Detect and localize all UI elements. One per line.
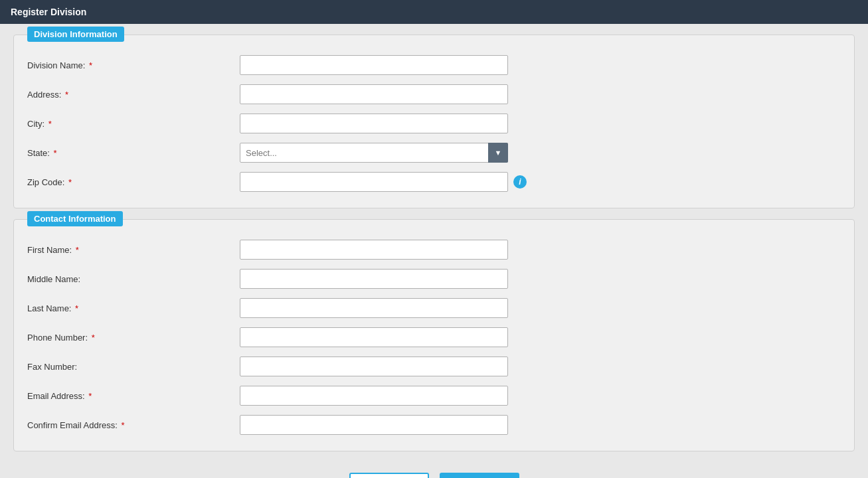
add-button[interactable]: ADD bbox=[440, 473, 519, 478]
fax-number-input[interactable] bbox=[240, 357, 508, 376]
confirm-email-required: * bbox=[121, 420, 124, 430]
zip-code-input[interactable] bbox=[240, 172, 508, 192]
city-required: * bbox=[48, 119, 52, 129]
first-name-input[interactable] bbox=[240, 240, 508, 260]
division-form-grid: Division Name: * Address: * City: * Stat… bbox=[27, 55, 841, 192]
contact-section-title: Contact Information bbox=[27, 211, 123, 226]
email-address-label: Email Address: * bbox=[27, 391, 240, 401]
division-section-title: Division Information bbox=[27, 27, 124, 42]
division-name-label: Division Name: * bbox=[27, 60, 240, 70]
state-label: State: * bbox=[27, 148, 240, 158]
address-required: * bbox=[65, 90, 68, 100]
info-icon[interactable]: i bbox=[513, 175, 527, 189]
first-name-required: * bbox=[76, 245, 79, 255]
last-name-input[interactable] bbox=[240, 298, 508, 318]
address-input[interactable] bbox=[240, 84, 508, 104]
last-name-required: * bbox=[75, 303, 78, 313]
address-label: Address: * bbox=[27, 90, 240, 100]
page-content: Division Information Division Name: * Ad… bbox=[0, 24, 868, 478]
city-label: City: * bbox=[27, 119, 240, 129]
title-bar-label: Register Division bbox=[11, 7, 86, 17]
division-name-input[interactable] bbox=[240, 55, 508, 75]
state-select-wrapper: Select...AlabamaAlaskaArizonaArkansasCal… bbox=[240, 143, 508, 163]
zip-code-label: Zip Code: * bbox=[27, 177, 240, 187]
last-name-label: Last Name: * bbox=[27, 303, 240, 313]
state-required: * bbox=[54, 148, 57, 158]
first-name-label: First Name: * bbox=[27, 245, 240, 255]
phone-number-input[interactable] bbox=[240, 327, 508, 347]
phone-number-label: Phone Number: * bbox=[27, 333, 240, 343]
city-input[interactable] bbox=[240, 114, 508, 133]
email-address-input[interactable] bbox=[240, 386, 508, 406]
email-address-required: * bbox=[88, 391, 92, 401]
contact-section: Contact Information First Name: * Middle… bbox=[13, 219, 855, 451]
confirm-email-input[interactable] bbox=[240, 415, 508, 435]
middle-name-label: Middle Name: bbox=[27, 274, 240, 284]
phone-number-required: * bbox=[92, 333, 95, 343]
zip-code-required: * bbox=[68, 177, 72, 187]
contact-form-grid: First Name: * Middle Name: Last Name: * … bbox=[27, 240, 841, 435]
fax-number-label: Fax Number: bbox=[27, 362, 240, 372]
state-select[interactable]: Select...AlabamaAlaskaArizonaArkansasCal… bbox=[240, 143, 508, 163]
title-bar: Register Division bbox=[0, 0, 868, 24]
zip-row: i bbox=[240, 172, 841, 192]
division-name-required: * bbox=[89, 60, 92, 70]
button-row: CANCEL ADD bbox=[13, 462, 855, 478]
middle-name-input[interactable] bbox=[240, 269, 508, 289]
division-section: Division Information Division Name: * Ad… bbox=[13, 35, 855, 208]
confirm-email-label: Confirm Email Address: * bbox=[27, 420, 240, 430]
cancel-button[interactable]: CANCEL bbox=[349, 473, 429, 478]
